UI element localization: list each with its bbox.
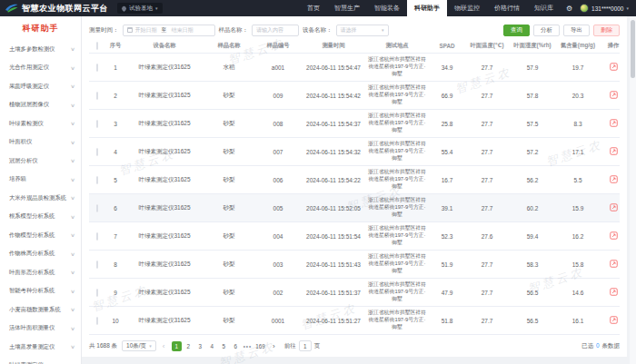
page-number-button[interactable]: 6 <box>231 341 241 351</box>
cell-index: 9 <box>105 290 125 296</box>
page-number-button[interactable]: 1 <box>172 341 182 351</box>
page-number-button[interactable]: 3 <box>195 341 205 351</box>
sidebar-item[interactable]: 叶面形态分析系统 ∨ <box>0 263 81 282</box>
sidebar-item[interactable]: 土壤多参数检测仪 ∨ <box>0 40 81 59</box>
nav-item[interactable]: 首页 <box>300 0 327 16</box>
export-report-icon[interactable] <box>610 175 618 183</box>
page-size-select[interactable]: 10条/页 ▾ <box>122 340 156 351</box>
table-row: 10 叶绿素测定仪31625 砂梨 0001 2024-06-11 15:51:… <box>89 307 620 335</box>
site-selector[interactable]: 试验基地 ▾ <box>117 3 163 14</box>
row-checkbox[interactable] <box>96 289 98 297</box>
page-number-button[interactable]: ••• <box>243 341 253 351</box>
col-humidity: 叶面湿度(%rh) <box>509 42 556 50</box>
export-report-icon[interactable] <box>610 203 618 212</box>
cell-index: 8 <box>105 261 125 268</box>
cell-humidity: 56.2 <box>509 177 556 183</box>
page-number-button[interactable]: 5 <box>219 341 229 351</box>
sidebar-menu: 土壤多参数检测仪 ∨ 光合作用测定仪 ∨ 果蔬呼吸测定仪 ∨ 植物冠层图像仪 ∨… <box>0 40 81 364</box>
sidebar-item-label: 叶面积仪 <box>9 138 32 146</box>
nav-item[interactable]: 智能装备 <box>367 0 407 16</box>
filter-bar: 测量时间： 开始日期 至 结束日期 样品名称： 设备名称： 请选择 ▾ 查询 分… <box>89 21 620 39</box>
cell-location: 浙江省杭州市拱墅区祥符街道星桥街197-9号方正·御墅 <box>365 84 429 105</box>
nav-item[interactable]: 物联监控 <box>447 0 487 16</box>
col-spad: SPAD <box>429 43 465 49</box>
row-checkbox[interactable] <box>96 204 98 212</box>
prev-page-button[interactable]: ‹ <box>159 341 169 351</box>
export-report-icon[interactable] <box>610 316 618 324</box>
scrollbar-thumb[interactable] <box>631 20 635 78</box>
nav-item[interactable]: 知识库 <box>527 0 561 16</box>
selected-suffix: 条数据 <box>602 342 621 349</box>
export-report-icon[interactable] <box>610 147 618 155</box>
select-all-checkbox[interactable] <box>96 42 98 50</box>
delete-button[interactable]: 删除 <box>593 25 620 36</box>
sidebar-item[interactable]: 果蔬呼吸测定仪 ∨ <box>0 77 81 96</box>
cell-device: 叶绿素测定仪31625 <box>125 289 204 297</box>
sidebar-item[interactable]: 植物冠层图像仪 ∨ <box>0 96 81 115</box>
page-number-button[interactable]: 169 <box>254 341 266 351</box>
sidebar-item[interactable]: 土壤蒸发量测定仪 ∨ <box>0 338 81 357</box>
row-checkbox[interactable] <box>96 261 98 269</box>
export-button[interactable]: 导出 <box>563 25 590 36</box>
export-report-icon[interactable] <box>610 260 618 268</box>
sidebar-item[interactable]: 叶面积仪 ∨ <box>0 133 81 152</box>
device-select[interactable]: 请选择 ▾ <box>336 25 389 36</box>
sidebar-item[interactable]: 智能考种分析系统 ∨ <box>0 282 81 301</box>
sample-name-input[interactable] <box>252 25 299 36</box>
cell-code: 009 <box>254 93 302 99</box>
gear-icon[interactable]: ⚙ <box>561 5 578 13</box>
analyze-button[interactable]: 分析 <box>533 25 560 36</box>
page-number-button[interactable]: 4 <box>207 341 217 351</box>
export-report-icon[interactable] <box>610 231 618 240</box>
chevron-down-icon: ∨ <box>70 140 75 145</box>
cell-index: 4 <box>105 149 125 155</box>
row-checkbox[interactable] <box>96 120 98 128</box>
row-checkbox[interactable] <box>96 232 98 241</box>
chevron-down-icon: ∨ <box>70 270 75 275</box>
cell-code: 004 <box>254 233 302 240</box>
export-report-icon[interactable] <box>610 119 618 127</box>
row-checkbox[interactable] <box>96 148 98 156</box>
sidebar-item[interactable]: 活体叶面积测量仪 ∨ <box>0 320 81 339</box>
sidebar-item[interactable]: 根系模型分析系统 ∨ <box>0 208 81 227</box>
top-navbar: 智慧农业物联网云平台 试验基地 ▾ 首页智慧生产智能装备科研助手物联监控价格行情… <box>0 0 636 16</box>
sidebar-item[interactable]: 叶绿素检测仪 ∨ <box>0 114 81 133</box>
cell-humidity: 57.8 <box>509 93 556 99</box>
cell-sample: 砂梨 <box>204 261 254 269</box>
sidebar: 科研助手 土壤多参数检测仪 ∨ 光合作用测定仪 ∨ 果蔬呼吸测定仪 ∨ 植物冠层… <box>0 16 82 364</box>
sidebar-item[interactable]: 作物模型分析系统 ∨ <box>0 226 81 245</box>
row-checkbox[interactable] <box>96 92 98 100</box>
export-report-icon[interactable] <box>610 63 618 71</box>
sidebar-item[interactable]: 小麦亩穗数测量系统 ∨ <box>0 300 81 320</box>
row-checkbox[interactable] <box>96 64 98 72</box>
date-range-picker[interactable]: 开始日期 至 结束日期 <box>123 25 215 36</box>
nav-item[interactable]: 科研助手 <box>407 0 447 16</box>
vertical-scrollbar[interactable] <box>630 16 636 364</box>
nav-item[interactable]: 智慧生产 <box>327 0 367 16</box>
next-page-button[interactable]: › <box>269 341 279 351</box>
chevron-down-icon: ∨ <box>70 232 75 238</box>
nav-item[interactable]: 价格行情 <box>487 0 527 16</box>
row-checkbox[interactable] <box>96 176 98 184</box>
sidebar-item[interactable]: 冠层分析仪 ∨ <box>0 152 81 171</box>
chevron-down-icon: ∨ <box>70 214 75 220</box>
table-body: 1 叶绿素测定仪31625 水稻 a001 2024-06-11 15:54:4… <box>89 54 620 335</box>
jump-page-input[interactable] <box>299 340 312 351</box>
sidebar-item[interactable]: 叶绿素测定仪 ∨ <box>0 357 81 364</box>
cell-nitrogen: 20.3 <box>556 93 600 99</box>
cell-temp: 27.7 <box>465 290 509 296</box>
user-menu[interactable]: 131****0000 ▾ <box>578 4 636 13</box>
export-report-icon[interactable] <box>610 288 618 296</box>
sidebar-item[interactable]: 光合作用测定仪 ∨ <box>0 59 81 78</box>
chevron-down-icon: ∨ <box>70 65 75 71</box>
query-button[interactable]: 查询 <box>503 25 530 36</box>
sidebar-item[interactable]: 大米外观品质检测系统 ∨ <box>0 189 81 208</box>
sidebar-item[interactable]: 培养箱 ∨ <box>0 171 81 190</box>
sidebar-item[interactable]: 作物株高分析系统 ∨ <box>0 245 81 264</box>
device-filter-label: 设备名称： <box>303 26 333 34</box>
export-report-icon[interactable] <box>610 91 618 99</box>
page-number-button[interactable]: 2 <box>184 341 194 351</box>
chevron-down-icon: ∨ <box>70 307 75 312</box>
row-checkbox[interactable] <box>96 317 98 325</box>
brand: 智慧农业物联网云平台 <box>0 0 114 16</box>
